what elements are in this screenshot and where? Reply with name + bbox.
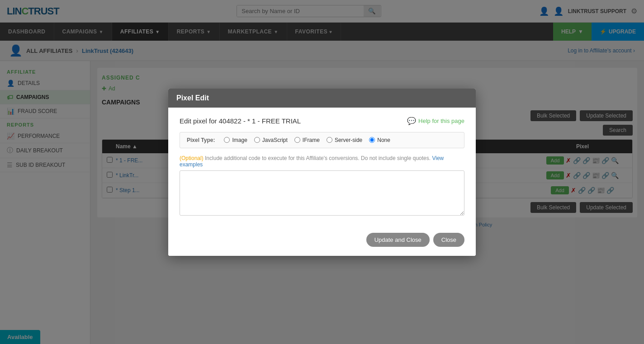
radio-iframe-label: IFrame bbox=[303, 137, 320, 143]
modal-header: Pixel Edit bbox=[168, 89, 476, 108]
radio-server-side-label: Server-side bbox=[335, 137, 362, 143]
modal-body: Edit pixel for 404822 - * 1 - FREE TRIAL… bbox=[168, 108, 476, 226]
pixel-type-none[interactable]: None bbox=[369, 137, 390, 143]
radio-none[interactable] bbox=[369, 137, 375, 143]
pixel-type-label: Pixel Type: bbox=[187, 137, 215, 143]
pixel-type-iframe[interactable]: IFrame bbox=[294, 137, 320, 143]
optional-text: (Optional) Include additional code to ex… bbox=[180, 155, 464, 168]
optional-label: (Optional) bbox=[180, 155, 204, 161]
pixel-type-server-side[interactable]: Server-side bbox=[327, 137, 362, 143]
modal-title-row: Edit pixel for 404822 - * 1 - FREE TRIAL… bbox=[180, 117, 464, 125]
radio-javascript[interactable] bbox=[254, 137, 260, 143]
pixel-type-image[interactable]: Image bbox=[224, 137, 247, 143]
update-and-close-button[interactable]: Update and Close bbox=[366, 233, 430, 247]
radio-image[interactable] bbox=[224, 137, 230, 143]
modal-footer: Update and Close Close bbox=[168, 226, 476, 256]
pixel-type-radio-group: Image JavaScript IFrame Server-side bbox=[224, 137, 390, 143]
radio-none-label: None bbox=[377, 137, 390, 143]
help-page-link[interactable]: 💬 Help for this page bbox=[407, 117, 464, 125]
instructions-text: Include additional code to execute for t… bbox=[205, 155, 431, 161]
radio-javascript-label: JavaScript bbox=[262, 137, 288, 143]
modal-overlay: Pixel Edit Edit pixel for 404822 - * 1 -… bbox=[0, 0, 644, 344]
pixel-edit-modal: Pixel Edit Edit pixel for 404822 - * 1 -… bbox=[168, 89, 476, 256]
radio-iframe[interactable] bbox=[294, 137, 300, 143]
modal-header-title: Pixel Edit bbox=[176, 94, 209, 102]
radio-image-label: Image bbox=[232, 137, 247, 143]
code-textarea[interactable] bbox=[180, 170, 464, 216]
close-modal-button[interactable]: Close bbox=[433, 233, 464, 247]
help-page-label: Help for this page bbox=[418, 118, 464, 124]
pixel-type-javascript[interactable]: JavaScript bbox=[254, 137, 288, 143]
help-page-icon: 💬 bbox=[407, 117, 416, 125]
pixel-type-box: Pixel Type: Image JavaScript IFrame bbox=[180, 132, 464, 148]
radio-server-side[interactable] bbox=[327, 137, 332, 143]
modal-pixel-title: Edit pixel for 404822 - * 1 - FREE TRIAL bbox=[180, 117, 301, 125]
